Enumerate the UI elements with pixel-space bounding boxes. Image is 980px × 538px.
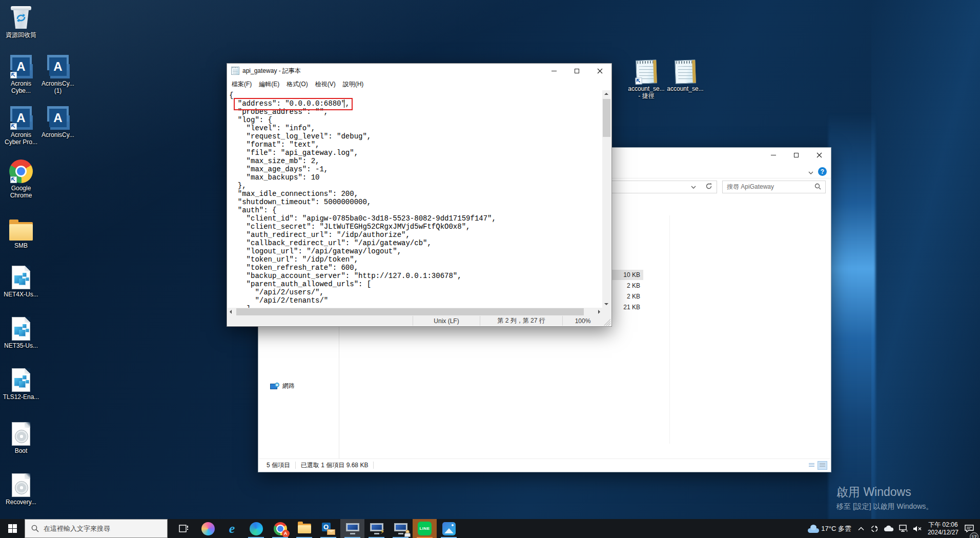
- desktop-icon-tls12[interactable]: TLS12-Ena...: [1, 366, 42, 401]
- shortcut-arrow-icon: [10, 176, 17, 183]
- weather-widget[interactable]: 17°C 多雲: [804, 519, 854, 538]
- notepad-title-bar[interactable]: api_gateway - 記事本: [227, 64, 611, 78]
- taskbar-outlook[interactable]: O: [316, 519, 340, 538]
- taskbar-search-box[interactable]: 在這裡輸入文字來搜尋: [25, 519, 168, 538]
- disc-file-icon: [12, 473, 30, 497]
- notepad-content[interactable]: { "address": "0.0.0.0:6880", "probes_add…: [228, 90, 602, 308]
- tray-network[interactable]: [896, 519, 910, 538]
- desktop-icon-net35[interactable]: NET35-Us...: [1, 315, 42, 349]
- taskbar-edge[interactable]: [244, 519, 268, 538]
- notepad-minimize-button[interactable]: [542, 64, 565, 78]
- tray-clock[interactable]: 下午 02:06 2024/12/27: [925, 519, 962, 538]
- scroll-right-arrow-icon[interactable]: [598, 310, 600, 314]
- chrome-icon: [9, 160, 33, 183]
- vertical-scroll-thumb[interactable]: [603, 99, 610, 137]
- network-status-icon: [899, 525, 908, 532]
- file-explorer-icon: [298, 524, 311, 533]
- line-icon: LINE: [418, 522, 432, 535]
- taskbar-file-explorer[interactable]: [292, 519, 316, 538]
- icon-label: account_se... - 捷徑: [626, 85, 666, 99]
- notification-icon: [965, 525, 974, 532]
- help-button[interactable]: ?: [818, 167, 827, 176]
- menu-format[interactable]: 格式(O): [283, 78, 311, 90]
- list-view-button[interactable]: [807, 461, 816, 470]
- computer-lightning-icon: ⚡: [370, 523, 383, 534]
- taskbar-remote-desktop[interactable]: [340, 519, 364, 538]
- tray-onedrive[interactable]: [881, 519, 896, 538]
- menu-help[interactable]: 說明(H): [339, 78, 368, 90]
- notepad-close-button[interactable]: [588, 64, 611, 78]
- zoom-level-indicator: 100%: [562, 316, 603, 326]
- minimize-icon: [771, 155, 776, 155]
- desktop-icon-smb[interactable]: SMB: [1, 215, 42, 249]
- explorer-maximize-button[interactable]: [785, 148, 808, 163]
- desktop-icon-acroniscy[interactable]: A AcronisCy...: [37, 104, 78, 138]
- onedrive-cloud-icon: [884, 525, 894, 532]
- explorer-search-box[interactable]: 搜尋 ApiGateway: [722, 181, 826, 193]
- menu-edit[interactable]: 編輯(E): [255, 78, 283, 90]
- icon-label: Boot: [1, 447, 42, 454]
- taskbar-photos[interactable]: [437, 519, 461, 538]
- window-title: api_gateway - 記事本: [242, 67, 301, 75]
- desktop-icon-recycle-bin[interactable]: 資源回收筒: [1, 4, 42, 38]
- search-icon[interactable]: [814, 183, 821, 191]
- menu-file[interactable]: 檔案(F): [228, 78, 255, 90]
- notepad-text-area[interactable]: { "address": "0.0.0.0:6880", "probes_add…: [228, 90, 611, 308]
- tray-volume-muted[interactable]: [910, 519, 925, 538]
- taskbar-remote-tool[interactable]: ⚡: [364, 519, 389, 538]
- scroll-left-arrow-icon[interactable]: [230, 310, 232, 314]
- tray-ime[interactable]: [868, 519, 881, 538]
- desktop-icon-acronis-cyber[interactable]: A Acronis Cybe...: [1, 53, 42, 94]
- taskbar-chrome[interactable]: A: [268, 519, 292, 538]
- start-button[interactable]: [0, 519, 25, 538]
- notepad-status-bar: Unix (LF) 第 2 列，第 27 行 100%: [228, 316, 611, 326]
- refresh-icon[interactable]: [705, 183, 712, 191]
- action-center-button[interactable]: 17: [962, 519, 980, 538]
- windows-logo-icon: [8, 524, 17, 533]
- view-buttons: [806, 461, 827, 470]
- vertical-scrollbar[interactable]: [602, 90, 611, 308]
- explorer-close-button[interactable]: [808, 148, 831, 163]
- desktop-icon-account-se-shortcut[interactable]: account_se... - 捷徑: [626, 58, 666, 99]
- notepad-menu-bar: 檔案(F) 編輯(E) 格式(O) 檢視(V) 說明(H): [227, 78, 611, 91]
- close-icon: [597, 68, 603, 74]
- desktop-icon-boot[interactable]: Boot: [1, 420, 42, 454]
- desktop-icon-recovery[interactable]: Recovery...: [1, 471, 42, 506]
- notification-count-badge: 17: [970, 532, 978, 538]
- ribbon-collapse-button[interactable]: [808, 169, 813, 176]
- menu-view[interactable]: 檢視(V): [312, 78, 339, 90]
- ime-icon: [870, 525, 879, 533]
- task-view-button[interactable]: [172, 519, 196, 538]
- shortcut-arrow-icon: [10, 123, 17, 130]
- notepad-file-icon: [675, 59, 696, 84]
- desktop-icon-google-chrome[interactable]: Google Chrome: [1, 157, 42, 199]
- sidebar-item-network[interactable]: 網路: [270, 382, 295, 390]
- horizontal-scroll-thumb[interactable]: [236, 308, 584, 315]
- scroll-up-arrow-icon[interactable]: [604, 93, 608, 95]
- icon-label: TLS12-Ena...: [1, 393, 42, 401]
- taskbar-copilot[interactable]: [196, 519, 220, 538]
- internet-explorer-icon: e: [229, 522, 235, 535]
- address-dropdown-icon[interactable]: [691, 183, 696, 190]
- registry-file-icon: [12, 368, 30, 392]
- resize-grip[interactable]: [603, 316, 610, 326]
- desktop-icon-account-se[interactable]: account_se...: [665, 58, 705, 92]
- tray-overflow-button[interactable]: [854, 519, 868, 538]
- explorer-minimize-button[interactable]: [762, 148, 785, 163]
- horizontal-scrollbar[interactable]: [228, 308, 611, 316]
- activate-windows-watermark: 啟用 Windows 移至 [設定] 以啟用 Windows。: [836, 484, 933, 511]
- icon-label: account_se...: [665, 85, 705, 92]
- acronis-icon: A: [46, 106, 70, 130]
- details-view-button[interactable]: [818, 461, 827, 470]
- scroll-down-arrow-icon[interactable]: [604, 303, 608, 305]
- column-separator: [669, 215, 670, 444]
- taskbar-remote-assist[interactable]: [389, 519, 413, 538]
- taskbar-internet-explorer[interactable]: e: [220, 519, 244, 538]
- desktop-icon-net4x[interactable]: NET4X-Us...: [1, 264, 42, 298]
- taskbar-line[interactable]: LINE: [413, 519, 437, 538]
- registry-file-icon: [12, 317, 30, 341]
- desktop-icon-acronis-cyber-pro[interactable]: A Acronis Cyber Pro...: [1, 104, 42, 146]
- line-ending-indicator: Unix (LF): [413, 316, 480, 326]
- notepad-maximize-button[interactable]: [565, 64, 588, 78]
- desktop-icon-acroniscy-1[interactable]: A AcronisCy... (1): [37, 53, 78, 94]
